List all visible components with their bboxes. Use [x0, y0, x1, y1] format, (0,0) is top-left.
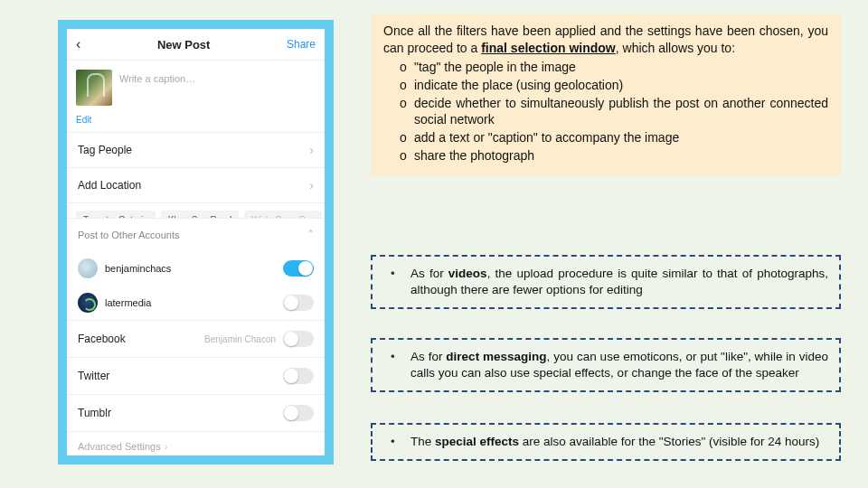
post-other-header[interactable]: Post to Other Accounts ˄ — [67, 218, 325, 251]
network-sub: Benjamin Chacon — [204, 334, 276, 344]
back-icon[interactable]: ‹ — [76, 36, 80, 52]
note-keyword: videos — [448, 267, 487, 280]
caption-row: Write a caption… — [67, 61, 325, 115]
list-item: add a text or "caption" to accompany the… — [400, 129, 828, 146]
chevron-right-icon: › — [309, 178, 314, 192]
list-item: share the photograph — [400, 147, 828, 164]
note-text: As for — [410, 267, 448, 280]
location-chip[interactable]: Toronto, Ontario — [76, 211, 156, 218]
chevron-up-icon: ˄ — [307, 228, 314, 242]
location-chip[interactable]: Khao San Road — [161, 211, 240, 218]
network-label: Tumblr — [78, 407, 111, 419]
network-toggle[interactable] — [283, 405, 314, 421]
note-item: The special effects are also available f… — [383, 434, 828, 450]
post-thumbnail[interactable] — [76, 70, 112, 106]
intro-keyword: final selection window — [481, 41, 616, 55]
note-item: As for videos, the upload procedure is q… — [383, 266, 828, 298]
note-keyword: direct messaging — [446, 350, 546, 363]
list-item: "tag" the people in the image — [400, 59, 828, 76]
phone-header: ‹ New Post Share — [67, 29, 325, 61]
main-text-box: Once all the filters have been applied a… — [371, 14, 841, 176]
account-name: latermedia — [105, 297, 151, 308]
list-item: decide whether to simultaneously publish… — [400, 95, 828, 129]
intro-paragraph: Once all the filters have been applied a… — [383, 23, 828, 57]
note-box-messaging: As for direct messaging, you can use emo… — [371, 338, 841, 392]
network-row-twitter: Twitter — [67, 357, 325, 394]
chevron-right-icon: › — [309, 143, 314, 157]
note-box-videos: As for videos, the upload procedure is q… — [371, 255, 841, 309]
network-toggle[interactable] — [283, 368, 314, 384]
note-text: The — [410, 435, 435, 448]
account-toggle[interactable] — [283, 295, 314, 311]
post-other-label: Post to Other Accounts — [78, 230, 180, 240]
account-row: benjaminchacs — [67, 251, 325, 286]
note-item: As for direct messaging, you can use emo… — [383, 349, 828, 381]
location-chip[interactable]: Wide Open B… — [244, 211, 321, 218]
caption-input[interactable]: Write a caption… — [119, 70, 195, 84]
screen-title: New Post — [157, 38, 211, 52]
note-text: As for — [410, 350, 446, 363]
network-row-facebook: Facebook Benjamin Chacon — [67, 320, 325, 357]
add-location-row[interactable]: Add Location › — [67, 167, 325, 202]
account-name: benjaminchacs — [105, 263, 171, 274]
share-button[interactable]: Share — [287, 38, 316, 51]
add-location-label: Add Location — [78, 179, 141, 192]
account-row: latermedia — [67, 286, 325, 320]
avatar — [78, 293, 98, 313]
tag-people-row[interactable]: Tag People › — [67, 132, 325, 167]
network-label: Twitter — [78, 370, 109, 382]
location-chips: Toronto, Ontario Khao San Road Wide Open… — [67, 202, 325, 218]
phone-frame: ‹ New Post Share Write a caption… Edit T… — [58, 20, 334, 465]
network-row-tumblr: Tumblr — [67, 394, 325, 431]
intro-text: , which allows you to: — [616, 41, 735, 55]
chevron-right-icon: › — [165, 441, 168, 452]
advanced-label: Advanced Settings — [78, 441, 161, 452]
note-keyword: special effects — [435, 435, 519, 448]
list-item: indicate the place (using geolocation) — [400, 77, 828, 94]
phone-screen: ‹ New Post Share Write a caption… Edit T… — [67, 29, 325, 455]
tag-people-label: Tag People — [78, 144, 132, 156]
edit-link[interactable]: Edit — [67, 115, 325, 132]
avatar — [78, 258, 98, 278]
note-text: are also available for the "Stories" (vi… — [519, 435, 819, 448]
feature-list: "tag" the people in the image indicate t… — [383, 59, 828, 164]
advanced-settings[interactable]: Advanced Settings› — [67, 431, 325, 461]
network-label: Facebook — [78, 333, 126, 345]
account-toggle[interactable] — [283, 260, 314, 277]
network-toggle[interactable] — [283, 331, 314, 347]
note-box-effects: The special effects are also available f… — [371, 423, 841, 461]
